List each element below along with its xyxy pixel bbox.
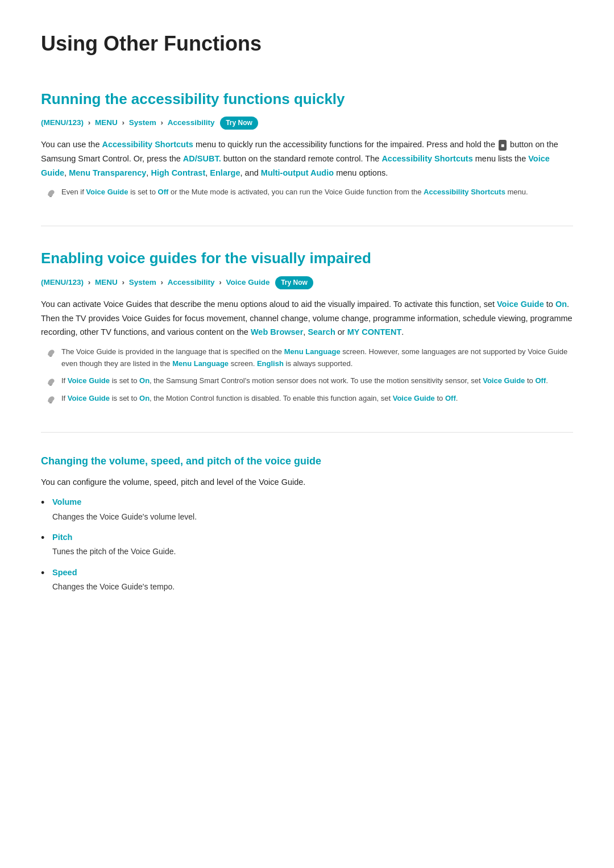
list-item-speed: Speed Changes the Voice Guide's tempo.: [41, 566, 573, 593]
breadcrumb2-menu123: (MENU/123): [41, 278, 84, 286]
note-link-vg1: Voice Guide: [86, 188, 128, 196]
breadcrumb-accessibility: Accessibility: [168, 118, 215, 127]
section-divider-2: [41, 432, 573, 433]
note-link-vg3: Voice Guide: [68, 376, 110, 385]
separator: ›: [122, 118, 127, 127]
note-link-vg6: Voice Guide: [393, 394, 435, 402]
body-text-enabling: You can activate Voice Guides that descr…: [41, 297, 573, 339]
note-link-on2: On: [139, 376, 150, 385]
svg-rect-3: [49, 402, 52, 404]
breadcrumb2-voiceguide: Voice Guide: [226, 278, 269, 286]
try-now-badge-2[interactable]: Try Now: [275, 276, 313, 289]
note-icon-3: [45, 376, 56, 387]
separator: ›: [122, 278, 127, 286]
note-2: The Voice Guide is provided in the langu…: [41, 346, 573, 370]
link-on1: On: [555, 300, 567, 309]
body-text-running: You can use the Accessibility Shortcuts …: [41, 138, 573, 180]
separator: ›: [88, 118, 93, 127]
note-text-3: If Voice Guide is set to On, the Samsung…: [61, 375, 548, 387]
link-mycontent: MY CONTENT: [347, 327, 402, 337]
subsection-title-changing: Changing the volume, speed, and pitch of…: [41, 453, 573, 470]
note-link-vg4: Voice Guide: [483, 376, 525, 385]
link-accessibility-shortcuts-2: Accessibility Shortcuts: [381, 154, 472, 163]
note-text-4: If Voice Guide is set to On, the Motion …: [61, 393, 458, 405]
note-text-1: Even if Voice Guide is set to Off or the…: [61, 186, 528, 198]
desc-pitch: Tunes the pitch of the Voice Guide.: [52, 545, 573, 558]
separator: ›: [161, 118, 165, 127]
remote-button-icon: ■: [499, 140, 507, 151]
breadcrumb-menu123: (MENU/123): [41, 118, 84, 127]
note-link-on3: On: [139, 394, 150, 402]
term-speed: Speed: [52, 566, 573, 579]
link-multi-output: Multi-output Audio: [261, 168, 334, 177]
breadcrumb-system: System: [129, 118, 156, 127]
link-high-contrast: High Contrast: [151, 168, 205, 177]
breadcrumb2-accessibility: Accessibility: [168, 278, 215, 286]
section-title-enabling: Enabling voice guides for the visually i…: [41, 247, 573, 271]
note-3: If Voice Guide is set to On, the Samsung…: [41, 375, 573, 387]
note-link-ml2: Menu Language: [172, 359, 229, 368]
note-link-ml1: Menu Language: [284, 347, 341, 356]
link-enlarge: Enlarge: [210, 168, 240, 177]
note-icon-4: [45, 394, 56, 404]
note-1: Even if Voice Guide is set to Off or the…: [41, 186, 573, 198]
section-running-accessibility: Running the accessibility functions quic…: [41, 88, 573, 199]
desc-volume: Changes the Voice Guide's volume level.: [52, 510, 573, 523]
breadcrumb2-system: System: [129, 278, 156, 286]
link-menu-transparency: Menu Transparency: [69, 168, 146, 177]
note-icon-1: [45, 188, 56, 198]
note-link-off2: Off: [535, 376, 546, 385]
note-icon-2: [45, 347, 56, 358]
section-changing-voice: Changing the volume, speed, and pitch of…: [41, 453, 573, 593]
term-pitch: Pitch: [52, 531, 573, 544]
breadcrumb-menu: MENU: [95, 118, 118, 127]
svg-rect-2: [49, 385, 52, 386]
link-accessibility-shortcuts: Accessibility Shortcuts: [102, 140, 193, 149]
separator: ›: [161, 278, 165, 286]
note-4: If Voice Guide is set to On, the Motion …: [41, 393, 573, 405]
note-link-english: English: [257, 359, 284, 368]
list-item-pitch: Pitch Tunes the pitch of the Voice Guide…: [41, 531, 573, 558]
link-vg2: Voice Guide: [497, 300, 544, 309]
desc-speed: Changes the Voice Guide's tempo.: [52, 580, 573, 593]
section-divider-1: [41, 226, 573, 226]
try-now-badge[interactable]: Try Now: [220, 117, 258, 130]
note-link-off1: Off: [158, 188, 169, 196]
term-volume: Volume: [52, 496, 573, 509]
svg-rect-0: [49, 196, 52, 197]
bullet-list-voice-options: Volume Changes the Voice Guide's volume …: [41, 496, 573, 593]
list-item-volume: Volume Changes the Voice Guide's volume …: [41, 496, 573, 523]
separator: ›: [88, 278, 93, 286]
note-link-as1: Accessibility Shortcuts: [424, 188, 505, 196]
breadcrumb2-menu: MENU: [95, 278, 118, 286]
note-text-2: The Voice Guide is provided in the langu…: [61, 346, 573, 370]
breadcrumb-running: (MENU/123) › MENU › System › Accessibili…: [41, 117, 573, 130]
breadcrumb-enabling: (MENU/123) › MENU › System › Accessibili…: [41, 276, 573, 289]
body-text-changing: You can configure the volume, speed, pit…: [41, 475, 573, 489]
link-search: Search: [308, 327, 335, 337]
section-enabling-voice: Enabling voice guides for the visually i…: [41, 247, 573, 405]
svg-rect-1: [49, 356, 52, 357]
section-title-running: Running the accessibility functions quic…: [41, 88, 573, 111]
link-webbrowser: Web Browser: [251, 327, 303, 337]
note-link-vg5: Voice Guide: [68, 394, 110, 402]
link-adsubt: AD/SUBT.: [183, 154, 221, 163]
separator: ›: [219, 278, 223, 286]
page-title: Using Other Functions: [41, 27, 573, 60]
note-link-off3: Off: [445, 394, 456, 402]
